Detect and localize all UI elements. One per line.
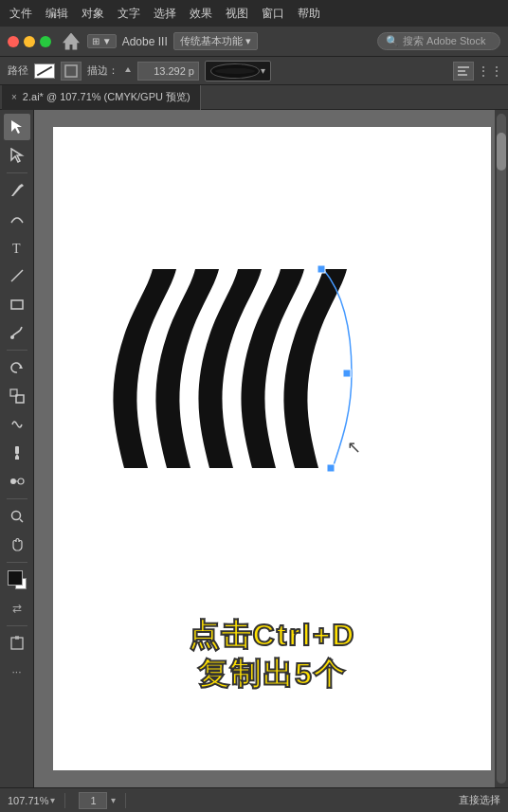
close-window-button[interactable] [8, 36, 19, 47]
line-tool-button[interactable] [4, 262, 30, 289]
svg-rect-0 [65, 65, 77, 77]
svg-marker-15 [15, 454, 19, 457]
page-number-input[interactable] [79, 792, 107, 809]
stroke-color-swatch[interactable] [34, 63, 55, 79]
pen-tool-button[interactable] [4, 177, 30, 204]
instruction-line1: 点击Ctrl+D [189, 616, 356, 656]
stroke-preview-button[interactable]: ▾ [205, 61, 271, 81]
more-tools-button[interactable]: ··· [4, 659, 30, 685]
svg-point-17 [10, 478, 16, 484]
main-area: T [0, 110, 508, 787]
menu-effect[interactable]: 效果 [190, 6, 212, 22]
workspace-dropdown[interactable]: 传统基本功能 ▾ [173, 32, 258, 50]
status-divider-1 [64, 793, 65, 808]
zoom-value: 107.71% [8, 795, 48, 806]
instruction-line2: 复制出5个 [189, 655, 356, 695]
home-icon[interactable] [63, 33, 80, 50]
menu-edit[interactable]: 编辑 [45, 6, 68, 22]
align-button[interactable] [453, 62, 474, 81]
artwork-svg [96, 260, 380, 496]
stroke-type-button[interactable] [61, 62, 82, 81]
stroke-width-input[interactable] [137, 62, 199, 81]
stroke-up-arrow-icon [124, 66, 132, 76]
traffic-lights [8, 36, 51, 47]
select-tool-button[interactable] [4, 114, 30, 140]
svg-point-18 [18, 478, 24, 484]
fill-stroke-swap-button[interactable]: ⇄ [4, 595, 30, 622]
preset-label: 传统基本功能 [180, 34, 243, 48]
svg-line-8 [11, 270, 23, 281]
instruction-text: 点击Ctrl+D 复制出5个 [189, 616, 356, 695]
tool-separator-4 [7, 562, 27, 563]
document-tab[interactable]: × 2.ai* @ 107.71% (CMYK/GPU 预览) [2, 85, 201, 110]
svg-point-10 [10, 335, 14, 339]
tab-close-button[interactable]: × [11, 92, 17, 102]
more-options-button[interactable]: ⋮⋮ [480, 62, 500, 81]
canvas-page: ↖ 点击Ctrl+D 复制出5个 [53, 127, 491, 770]
chevron-down-icon: ▾ [245, 35, 251, 47]
svg-line-21 [20, 519, 23, 522]
menu-file[interactable]: 文件 [9, 6, 32, 22]
path-label: 路径 [8, 63, 28, 78]
tool-name-label: 直接选择 [459, 793, 500, 807]
menu-object[interactable]: 对象 [82, 6, 104, 22]
tool-separator-3 [7, 498, 27, 499]
svg-rect-4 [458, 74, 467, 76]
brush-tool-button[interactable] [4, 319, 30, 346]
properties-bar: 路径 描边： ▾ ⋮⋮ [0, 57, 508, 85]
color-swatch-button[interactable] [4, 567, 30, 593]
stock-search-bar[interactable]: 🔍 搜索 Adobe Stock [377, 32, 500, 50]
maximize-window-button[interactable] [40, 36, 51, 47]
status-divider-2 [125, 793, 126, 808]
left-toolbar: T [0, 110, 34, 787]
svg-rect-2 [458, 66, 469, 68]
svg-rect-25 [318, 265, 325, 273]
tool-separator-2 [7, 350, 27, 351]
tool-separator-5 [7, 625, 27, 626]
svg-rect-14 [15, 446, 19, 454]
svg-rect-3 [458, 70, 465, 72]
warp-tool-button[interactable] [4, 411, 30, 438]
workspace-name: Adobe III [122, 35, 168, 48]
canvas-area[interactable]: ↖ 点击Ctrl+D 复制出5个 [34, 110, 508, 787]
eyedropper-tool-button[interactable] [4, 440, 30, 466]
stroke-label: 描边： [87, 63, 118, 78]
search-icon: 🔍 [386, 35, 399, 47]
direct-select-tool-button[interactable] [4, 142, 30, 169]
vertical-scrollbar[interactable] [495, 110, 508, 787]
page-arrow[interactable]: ▾ [111, 795, 116, 805]
menu-select[interactable]: 选择 [154, 6, 176, 22]
tool-separator-1 [7, 172, 27, 173]
blend-tool-button[interactable] [4, 468, 30, 495]
scrollbar-track [497, 114, 506, 784]
scale-tool-button[interactable] [4, 383, 30, 409]
zoom-control[interactable]: 107.71% ▾ [8, 795, 55, 806]
svg-marker-1 [125, 67, 131, 72]
svg-rect-27 [327, 464, 335, 472]
tab-title: 2.ai* @ 107.71% (CMYK/GPU 预览) [23, 90, 190, 104]
curvature-tool-button[interactable] [4, 206, 30, 232]
menu-view[interactable]: 视图 [226, 6, 248, 22]
zoom-dropdown-arrow[interactable]: ▾ [50, 795, 55, 805]
type-tool-button[interactable]: T [4, 234, 30, 261]
svg-rect-22 [11, 638, 23, 649]
rect-tool-button[interactable] [4, 291, 30, 317]
hand-tool-button[interactable] [4, 532, 30, 558]
menu-help[interactable]: 帮助 [298, 6, 320, 22]
svg-rect-9 [11, 300, 23, 309]
layout-button[interactable]: ⊞ ▼ [87, 34, 117, 48]
minimize-window-button[interactable] [24, 36, 35, 47]
status-bar: 107.71% ▾ ▾ 直接选择 [0, 787, 508, 812]
menu-text[interactable]: 文字 [118, 6, 140, 22]
zoom-tool-button[interactable] [4, 503, 30, 530]
svg-marker-6 [11, 149, 22, 162]
rotate-tool-button[interactable] [4, 354, 30, 381]
scrollbar-thumb[interactable] [497, 133, 506, 171]
svg-text:T: T [12, 242, 21, 255]
artboard-tool-button[interactable] [4, 630, 30, 657]
svg-rect-16 [15, 457, 19, 460]
menu-bar: 文件 编辑 对象 文字 选择 效果 视图 窗口 帮助 [0, 0, 508, 27]
menu-window[interactable]: 窗口 [262, 6, 284, 22]
main-toolbar: ⊞ ▼ Adobe III 传统基本功能 ▾ 🔍 搜索 Adobe Stock [0, 27, 508, 57]
search-placeholder: 搜索 Adobe Stock [403, 34, 485, 48]
